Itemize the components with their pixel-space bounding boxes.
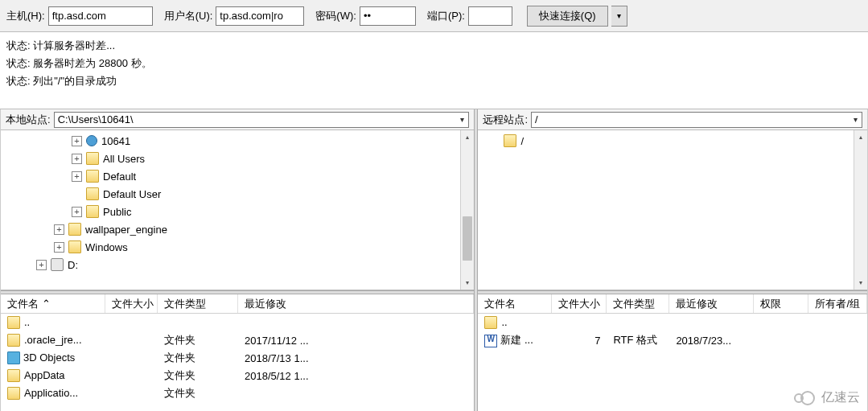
expand-icon[interactable]: + xyxy=(72,171,82,182)
column-header-modified[interactable]: 最近修改 xyxy=(669,294,754,313)
scroll-track[interactable] xyxy=(461,144,474,276)
main-panes: 本地站点: ▾ +10641 +All Users +Default Defau… xyxy=(0,109,868,411)
port-input[interactable] xyxy=(468,6,512,26)
expand-icon[interactable]: + xyxy=(72,136,82,146)
tree-item-label: Default xyxy=(103,171,136,183)
host-input[interactable] xyxy=(48,6,153,26)
remote-site-input[interactable] xyxy=(532,113,849,125)
tree-item[interactable]: +Public xyxy=(1,203,474,220)
column-header-owner[interactable]: 所有者/组 xyxy=(808,294,867,313)
status-log: 状态: 计算服务器时差... 状态: 服务器时差为 28800 秒。 状态: 列… xyxy=(0,32,868,109)
column-header-type[interactable]: 文件类型 xyxy=(158,294,238,313)
local-pane: 本地站点: ▾ +10641 +All Users +Default Defau… xyxy=(1,109,474,411)
remote-site-label: 远程站点: xyxy=(483,113,528,127)
folder-icon xyxy=(7,387,20,400)
quick-connect-dropdown[interactable]: ▾ xyxy=(611,6,627,27)
folder-icon xyxy=(68,223,81,236)
list-row[interactable]: 3D Objects文件夹2018/7/13 1... xyxy=(1,349,474,367)
tree-item[interactable]: +Windows xyxy=(1,238,474,256)
file-name: 新建 ... xyxy=(500,334,533,346)
tree-item-label: D: xyxy=(68,259,78,271)
local-site-combo[interactable]: ▾ xyxy=(54,112,470,128)
tree-item[interactable]: +wallpaper_engine xyxy=(1,220,474,238)
remote-tree[interactable]: / ▴ ▾ xyxy=(478,130,867,290)
local-list-header: 文件名 ⌃ 文件大小 文件类型 最近修改 xyxy=(1,294,474,314)
quick-connect-button[interactable]: 快速连接(Q) xyxy=(527,6,608,27)
local-list-body[interactable]: .. .oracle_jre...文件夹2017/11/12 ... 3D Ob… xyxy=(1,314,474,411)
remote-pane: 远程站点: ▾ / ▴ ▾ 文件名 文件大小 文件类型 最近修改 权限 所有者/… xyxy=(478,109,867,411)
tree-item-label: All Users xyxy=(103,153,145,165)
file-name: 3D Objects xyxy=(23,351,75,364)
column-header-size[interactable]: 文件大小 xyxy=(105,294,158,313)
3d-objects-icon xyxy=(7,351,20,364)
file-name: .oracle_jre... xyxy=(24,334,82,346)
local-tree-scrollbar[interactable]: ▴ ▾ xyxy=(460,130,474,290)
remote-site-combo[interactable]: ▾ xyxy=(531,112,862,128)
tree-item[interactable]: +D: xyxy=(1,256,474,273)
folder-icon xyxy=(504,134,516,147)
list-row[interactable]: AppData文件夹2018/5/12 1... xyxy=(1,367,474,384)
file-name: Applicatio... xyxy=(24,387,78,399)
tree-item[interactable]: +10641 xyxy=(1,132,474,150)
expand-icon[interactable]: + xyxy=(54,242,64,253)
rtf-file-icon xyxy=(484,335,497,347)
column-header-size[interactable]: 文件大小 xyxy=(552,294,607,313)
folder-icon xyxy=(7,316,20,329)
folder-icon xyxy=(7,369,20,382)
user-label: 用户名(U): xyxy=(164,9,213,23)
port-label: 端口(P): xyxy=(427,9,465,23)
tree-item[interactable]: / xyxy=(481,132,864,150)
column-header-name[interactable]: 文件名 xyxy=(478,294,552,313)
watermark-text: 亿速云 xyxy=(821,389,860,406)
password-label: 密码(W): xyxy=(315,9,356,23)
remote-site-row: 远程站点: ▾ xyxy=(478,109,867,130)
column-header-permissions[interactable]: 权限 xyxy=(754,294,808,313)
list-row[interactable]: .. xyxy=(478,314,867,331)
folder-icon xyxy=(86,205,99,218)
list-row[interactable]: Applicatio...文件夹 xyxy=(1,384,474,402)
local-file-list: 文件名 ⌃ 文件大小 文件类型 最近修改 .. .oracle_jre...文件… xyxy=(1,294,474,411)
file-name: AppData xyxy=(24,369,65,381)
list-row[interactable]: .oracle_jre...文件夹2017/11/12 ... xyxy=(1,331,474,349)
host-label: 主机(H): xyxy=(6,9,45,23)
user-icon xyxy=(86,135,97,146)
drive-icon xyxy=(51,258,64,271)
scroll-down-icon[interactable]: ▾ xyxy=(461,276,474,290)
list-row[interactable]: .. xyxy=(1,314,474,331)
tree-item[interactable]: +All Users xyxy=(1,150,474,167)
expand-icon[interactable]: + xyxy=(54,224,64,235)
chevron-down-icon[interactable]: ▾ xyxy=(849,115,862,124)
folder-icon xyxy=(86,170,99,183)
scroll-down-icon[interactable]: ▾ xyxy=(854,276,867,290)
local-site-input[interactable] xyxy=(55,113,456,125)
file-name: .. xyxy=(501,316,507,328)
column-header-type[interactable]: 文件类型 xyxy=(607,294,669,313)
chevron-down-icon[interactable]: ▾ xyxy=(455,115,468,124)
tree-item-label: / xyxy=(520,135,524,147)
tree-item-label: Default User xyxy=(103,188,161,200)
tree-item-label: Public xyxy=(103,206,131,218)
tree-item-label: wallpaper_engine xyxy=(85,224,167,236)
expand-icon[interactable]: + xyxy=(36,260,47,270)
remote-tree-scrollbar[interactable]: ▴ ▾ xyxy=(854,130,867,290)
scroll-thumb[interactable] xyxy=(463,216,472,261)
scroll-up-icon[interactable]: ▴ xyxy=(854,130,867,144)
scroll-track[interactable] xyxy=(854,144,867,276)
column-header-modified[interactable]: 最近修改 xyxy=(238,294,474,313)
expand-icon[interactable]: + xyxy=(72,207,82,217)
password-input[interactable] xyxy=(360,6,416,26)
watermark: 亿速云 xyxy=(794,389,860,406)
status-line: 状态: 列出"/"的目录成功 xyxy=(6,72,862,90)
tree-item[interactable]: Default User xyxy=(1,185,474,203)
expand-icon[interactable]: + xyxy=(72,154,82,164)
scroll-up-icon[interactable]: ▴ xyxy=(461,130,474,144)
list-row[interactable]: 新建 ...7RTF 格式2018/7/23... xyxy=(478,331,867,349)
tree-item[interactable]: +Default xyxy=(1,167,474,185)
folder-icon xyxy=(68,240,81,253)
local-tree[interactable]: +10641 +All Users +Default Default User … xyxy=(1,130,474,290)
username-input[interactable] xyxy=(216,6,304,26)
status-line: 状态: 计算服务器时差... xyxy=(6,37,862,55)
connection-toolbar: 主机(H): 用户名(U): 密码(W): 端口(P): 快速连接(Q) ▾ xyxy=(0,0,868,32)
chevron-down-icon: ▾ xyxy=(617,11,621,20)
column-header-name[interactable]: 文件名 ⌃ xyxy=(1,294,105,313)
